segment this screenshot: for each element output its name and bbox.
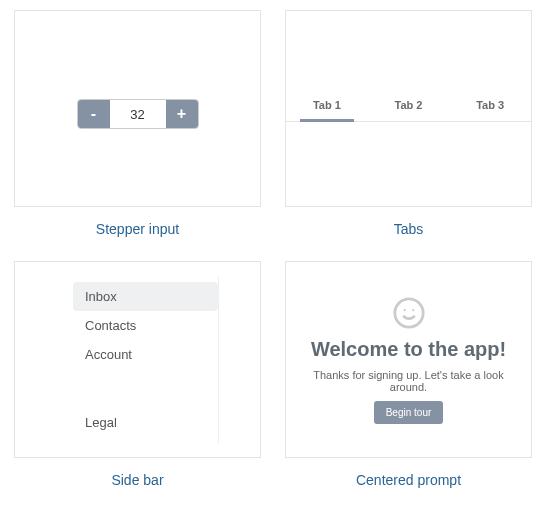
tile-prompt: Welcome to the app! Thanks for signing u… <box>285 261 532 488</box>
prompt-body: Thanks for signing up. Let's take a look… <box>294 369 523 393</box>
quantity-stepper: - 32 + <box>77 99 199 129</box>
tile-sidebar: Inbox Contacts Account Legal Side bar <box>14 261 261 488</box>
caption-tabs[interactable]: Tabs <box>394 221 424 237</box>
preview-sidebar: Inbox Contacts Account Legal <box>14 261 261 458</box>
welcome-prompt: Welcome to the app! Thanks for signing u… <box>286 262 531 457</box>
smile-icon <box>392 296 426 330</box>
sidebar-bottom-group: Legal <box>73 408 218 437</box>
sidebar-item-inbox[interactable]: Inbox <box>73 282 218 311</box>
prompt-title: Welcome to the app! <box>311 338 506 361</box>
svg-point-0 <box>394 298 422 326</box>
stepper-increment-button[interactable]: + <box>166 100 198 128</box>
begin-tour-button[interactable]: Begin tour <box>374 401 444 424</box>
preview-stepper: - 32 + <box>14 10 261 207</box>
svg-point-1 <box>403 309 405 311</box>
tabs-bar: Tab 1 Tab 2 Tab 3 <box>286 99 531 122</box>
sidebar: Inbox Contacts Account Legal <box>73 276 219 443</box>
caption-prompt[interactable]: Centered prompt <box>356 472 461 488</box>
caption-sidebar[interactable]: Side bar <box>111 472 163 488</box>
preview-tabs: Tab 1 Tab 2 Tab 3 <box>285 10 532 207</box>
tab-3[interactable]: Tab 3 <box>449 99 531 121</box>
sidebar-item-account[interactable]: Account <box>73 340 218 369</box>
tile-stepper: - 32 + Stepper input <box>14 10 261 237</box>
sidebar-top-group: Inbox Contacts Account <box>73 282 218 369</box>
tab-1[interactable]: Tab 1 <box>286 99 368 121</box>
sidebar-item-contacts[interactable]: Contacts <box>73 311 218 340</box>
preview-prompt: Welcome to the app! Thanks for signing u… <box>285 261 532 458</box>
sidebar-item-legal[interactable]: Legal <box>73 408 218 437</box>
stepper-decrement-button[interactable]: - <box>78 100 110 128</box>
svg-point-2 <box>412 309 414 311</box>
tile-tabs: Tab 1 Tab 2 Tab 3 Tabs <box>285 10 532 237</box>
tab-2[interactable]: Tab 2 <box>368 99 450 121</box>
stepper-value[interactable]: 32 <box>110 100 166 128</box>
caption-stepper[interactable]: Stepper input <box>96 221 179 237</box>
